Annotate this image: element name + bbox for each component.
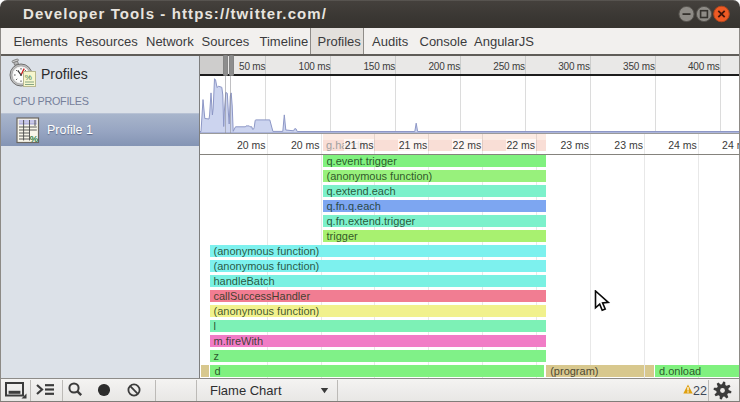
svg-text:%: % — [25, 73, 32, 82]
svg-text:%: % — [29, 132, 38, 143]
